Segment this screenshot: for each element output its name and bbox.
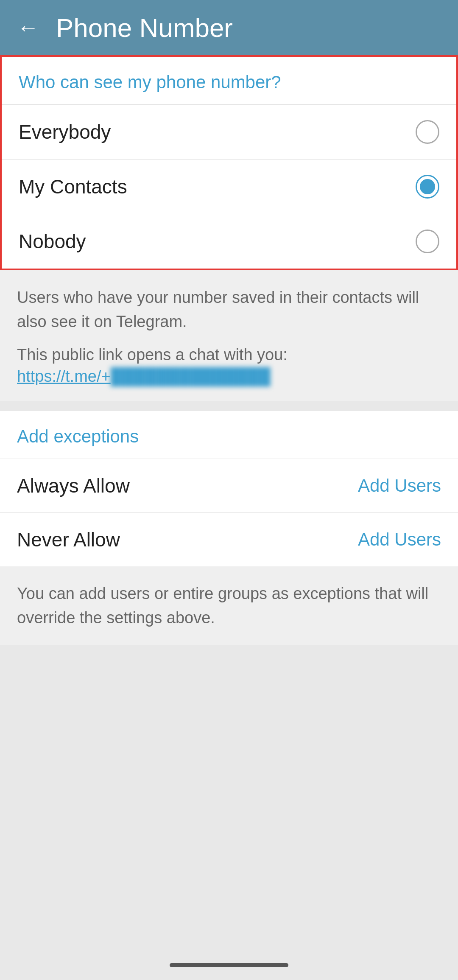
home-indicator [170, 963, 288, 967]
radio-label-nobody: Nobody [19, 230, 86, 253]
footer-note-section: You can add users or entire groups as ex… [0, 566, 458, 645]
back-button[interactable]: ← [17, 17, 39, 39]
radio-option-nobody[interactable]: Nobody [2, 214, 456, 269]
header: ← Phone Number [0, 0, 458, 55]
page-title: Phone Number [56, 13, 233, 43]
footer-note-text: You can add users or entire groups as ex… [17, 582, 441, 630]
never-allow-label: Never Allow [17, 528, 120, 551]
public-link[interactable]: https://t.me/+██████████████ [17, 367, 271, 385]
exception-row-never-allow: Never Allow Add Users [0, 512, 458, 566]
link-prefix: https://t.me/+ [17, 367, 111, 385]
always-allow-label: Always Allow [17, 474, 130, 497]
exceptions-section: Add exceptions Always Allow Add Users Ne… [0, 411, 458, 566]
radio-button-everybody[interactable] [416, 120, 439, 144]
never-allow-add-users-button[interactable]: Add Users [358, 529, 441, 550]
radio-option-my-contacts[interactable]: My Contacts [2, 159, 456, 214]
always-allow-add-users-button[interactable]: Add Users [358, 476, 441, 496]
visibility-section-title: Who can see my phone number? [2, 57, 456, 104]
link-blurred: ██████████████ [111, 367, 271, 386]
radio-button-nobody[interactable] [416, 230, 439, 253]
exceptions-title: Add exceptions [0, 411, 458, 459]
visibility-selection-card: Who can see my phone number? Everybody M… [0, 55, 458, 270]
info-section: Users who have your number saved in thei… [0, 270, 458, 401]
radio-label-my-contacts: My Contacts [19, 175, 127, 198]
radio-option-everybody[interactable]: Everybody [2, 104, 456, 159]
exception-row-always-allow: Always Allow Add Users [0, 459, 458, 512]
info-description: Users who have your number saved in thei… [17, 286, 441, 334]
info-link-label: This public link opens a chat with you: [17, 346, 441, 364]
radio-label-everybody: Everybody [19, 120, 111, 143]
radio-button-my-contacts[interactable] [416, 175, 439, 199]
main-content: Who can see my phone number? Everybody M… [0, 55, 458, 980]
